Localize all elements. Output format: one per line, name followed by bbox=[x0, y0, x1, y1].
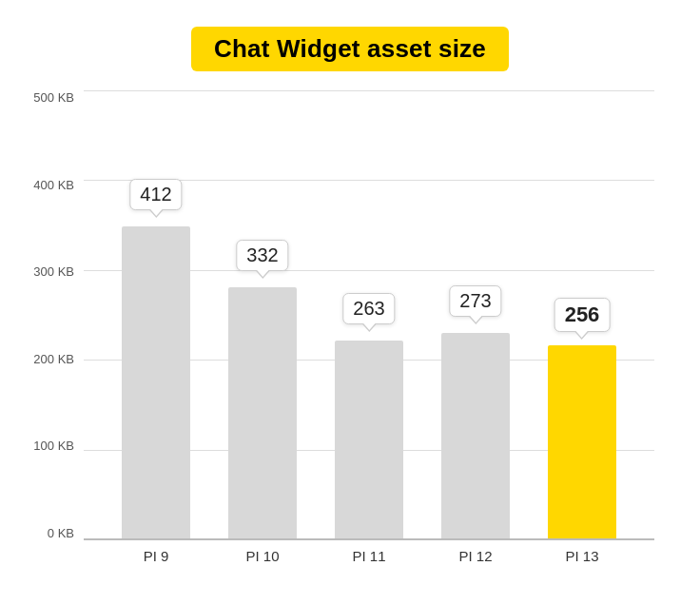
bar-pi10 bbox=[228, 287, 297, 540]
bar-pi12 bbox=[441, 333, 510, 540]
y-axis-label: 400 KB bbox=[33, 178, 74, 192]
x-label-pi10: PI 10 bbox=[224, 548, 301, 564]
y-axis: 500 KB400 KB300 KB200 KB100 KB0 KB bbox=[17, 90, 84, 540]
bar-pi13 bbox=[548, 345, 616, 540]
y-axis-label: 300 KB bbox=[33, 264, 74, 279]
x-labels: PI 9PI 10PI 11PI 12PI 13 bbox=[84, 540, 654, 588]
bar-group-pi11: 263 bbox=[331, 160, 407, 540]
x-label-pi11: PI 11 bbox=[331, 548, 407, 564]
y-axis-label: 500 KB bbox=[33, 90, 74, 105]
chart-area: 500 KB400 KB300 KB200 KB100 KB0 KB 41233… bbox=[17, 90, 683, 588]
bar-group-pi10: 332 bbox=[224, 160, 301, 540]
bar-group-pi12: 273 bbox=[438, 160, 514, 540]
y-axis-label: 200 KB bbox=[33, 352, 74, 366]
bar-pi9 bbox=[122, 226, 190, 540]
tooltip-pi11: 263 bbox=[342, 293, 395, 324]
x-label-pi13: PI 13 bbox=[544, 548, 620, 564]
chart-container: Chat Widget asset size 500 KB400 KB300 K… bbox=[17, 17, 683, 588]
baseline bbox=[84, 538, 654, 540]
tooltip-pi12: 273 bbox=[449, 285, 501, 317]
tooltip-pi13: 256 bbox=[554, 298, 611, 332]
bar-group-pi9: 412 bbox=[118, 160, 194, 540]
bars-wrapper: 412332263273256 bbox=[84, 90, 654, 540]
tooltip-pi9: 412 bbox=[129, 179, 182, 210]
bars-section: 412332263273256 PI 9PI 10PI 11PI 12PI 13 bbox=[84, 90, 654, 588]
x-label-pi9: PI 9 bbox=[118, 548, 194, 564]
tooltip-pi10: 332 bbox=[236, 240, 288, 271]
bar-group-pi13: 256 bbox=[544, 160, 620, 540]
y-axis-label: 0 KB bbox=[48, 526, 74, 540]
x-label-pi12: PI 12 bbox=[438, 548, 514, 564]
chart-title: Chat Widget asset size bbox=[191, 27, 509, 71]
y-axis-label: 100 KB bbox=[33, 439, 74, 453]
bar-pi11 bbox=[335, 341, 403, 540]
